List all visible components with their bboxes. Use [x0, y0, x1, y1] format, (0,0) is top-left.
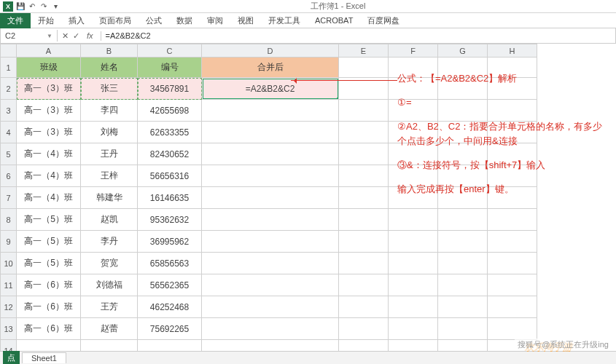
cell[interactable] — [339, 187, 389, 209]
col-header-H[interactable]: H — [488, 44, 537, 58]
row-header[interactable]: 8 — [1, 209, 17, 231]
cell[interactable] — [389, 231, 438, 253]
cell[interactable]: 高一（4）班 — [17, 187, 81, 209]
tab-file[interactable]: 文件 — [0, 13, 31, 28]
cell[interactable]: 王梓 — [81, 165, 138, 187]
cell[interactable] — [339, 296, 389, 318]
cell[interactable] — [438, 231, 488, 253]
sheet-tab[interactable]: Sheet1 — [22, 352, 66, 363]
cell[interactable]: 刘德福 — [81, 274, 138, 296]
cell[interactable]: 高一（3）班 — [17, 100, 81, 122]
cell[interactable] — [389, 340, 438, 352]
cell[interactable]: 75692265 — [138, 318, 202, 340]
cell[interactable]: 95362632 — [138, 209, 202, 231]
tab-home[interactable]: 开始 — [31, 13, 61, 28]
tab-baidu[interactable]: 百度网盘 — [360, 13, 407, 28]
tab-pagelayout[interactable]: 页面布局 — [92, 13, 139, 28]
cell[interactable] — [488, 318, 537, 340]
cell[interactable] — [339, 122, 389, 143]
tab-developer[interactable]: 开发工具 — [261, 13, 308, 28]
tab-insert[interactable]: 插入 — [61, 13, 92, 28]
row-header[interactable]: 3 — [1, 100, 17, 122]
cell[interactable] — [17, 340, 81, 352]
header-cell[interactable]: 班级 — [17, 58, 81, 78]
row-header[interactable]: 2 — [1, 78, 17, 100]
cell[interactable]: 王芳 — [81, 296, 138, 318]
row-header[interactable]: 5 — [1, 143, 17, 165]
row-header[interactable]: 6 — [1, 165, 17, 187]
row-header[interactable]: 1 — [1, 58, 17, 78]
header-cell[interactable]: 合并后 — [202, 58, 339, 78]
cell[interactable]: 高一（4）班 — [17, 165, 81, 187]
cell[interactable] — [488, 296, 537, 318]
cell[interactable]: 82430652 — [138, 143, 202, 165]
cell[interactable] — [389, 253, 438, 274]
cell[interactable] — [438, 274, 488, 296]
cell[interactable]: 34567891 — [138, 78, 202, 100]
cell[interactable] — [339, 58, 389, 78]
cell[interactable] — [202, 253, 339, 274]
accept-icon[interactable]: ✓ — [73, 31, 79, 41]
cell[interactable]: 65856563 — [138, 253, 202, 274]
cell[interactable] — [339, 209, 389, 231]
cell[interactable] — [488, 231, 537, 253]
row-header[interactable]: 11 — [1, 274, 17, 296]
cell[interactable]: 王丹 — [81, 143, 138, 165]
cell[interactable]: 高一（6）班 — [17, 296, 81, 318]
cell[interactable] — [339, 78, 389, 100]
cell[interactable]: 42655698 — [138, 100, 202, 122]
cell[interactable] — [202, 165, 339, 187]
tab-acrobat[interactable]: ACROBAT — [308, 14, 360, 27]
cell[interactable]: 62633355 — [138, 122, 202, 143]
active-formula-cell[interactable]: =A2&B2&C2 — [202, 78, 339, 100]
name-box[interactable]: C2 ▼ — [1, 30, 58, 41]
undo-icon[interactable]: ↶ — [28, 2, 36, 11]
cell[interactable] — [339, 340, 389, 352]
cell[interactable] — [339, 318, 389, 340]
tab-review[interactable]: 审阅 — [200, 13, 230, 28]
cell[interactable] — [202, 231, 339, 253]
cell[interactable] — [438, 296, 488, 318]
cancel-icon[interactable]: ✕ — [62, 31, 69, 41]
tab-view[interactable]: 视图 — [230, 13, 261, 28]
tab-formulas[interactable]: 公式 — [139, 13, 169, 28]
cell[interactable] — [389, 274, 438, 296]
cell[interactable] — [339, 100, 389, 122]
qat-dropdown-icon[interactable]: ▾ — [51, 2, 60, 11]
cell[interactable]: 韩建华 — [81, 187, 138, 209]
cell[interactable] — [339, 274, 389, 296]
cell[interactable]: 刘梅 — [81, 122, 138, 143]
cell[interactable]: 16146635 — [138, 187, 202, 209]
row-header[interactable]: 13 — [1, 318, 17, 340]
cell[interactable]: 高一（4）班 — [17, 143, 81, 165]
cell[interactable] — [438, 209, 488, 231]
cell[interactable] — [389, 209, 438, 231]
cell[interactable] — [138, 340, 202, 352]
cell[interactable]: 李四 — [81, 100, 138, 122]
cell[interactable]: 56562365 — [138, 274, 202, 296]
header-cell[interactable]: 编号 — [138, 58, 202, 78]
cell[interactable] — [202, 318, 339, 340]
cell[interactable] — [339, 165, 389, 187]
cell[interactable] — [202, 187, 339, 209]
cell[interactable] — [202, 296, 339, 318]
row-header[interactable]: 7 — [1, 187, 17, 209]
cell[interactable] — [488, 209, 537, 231]
col-header-A[interactable]: A — [17, 44, 81, 58]
cell[interactable] — [339, 253, 389, 274]
col-header-F[interactable]: F — [389, 44, 438, 58]
cell[interactable]: 张三 — [81, 78, 138, 100]
cell[interactable]: 46252468 — [138, 296, 202, 318]
cell[interactable] — [488, 253, 537, 274]
cell[interactable] — [438, 253, 488, 274]
col-header-D[interactable]: D — [202, 44, 339, 58]
cell[interactable] — [438, 318, 488, 340]
cell[interactable]: 高一（3）班 — [17, 78, 81, 100]
cell[interactable]: 36995962 — [138, 231, 202, 253]
chevron-down-icon[interactable]: ▼ — [47, 33, 52, 39]
cell[interactable]: 贺宽 — [81, 253, 138, 274]
col-header-B[interactable]: B — [81, 44, 138, 58]
cell[interactable] — [202, 143, 339, 165]
cell[interactable] — [202, 274, 339, 296]
cell[interactable]: 李丹 — [81, 231, 138, 253]
